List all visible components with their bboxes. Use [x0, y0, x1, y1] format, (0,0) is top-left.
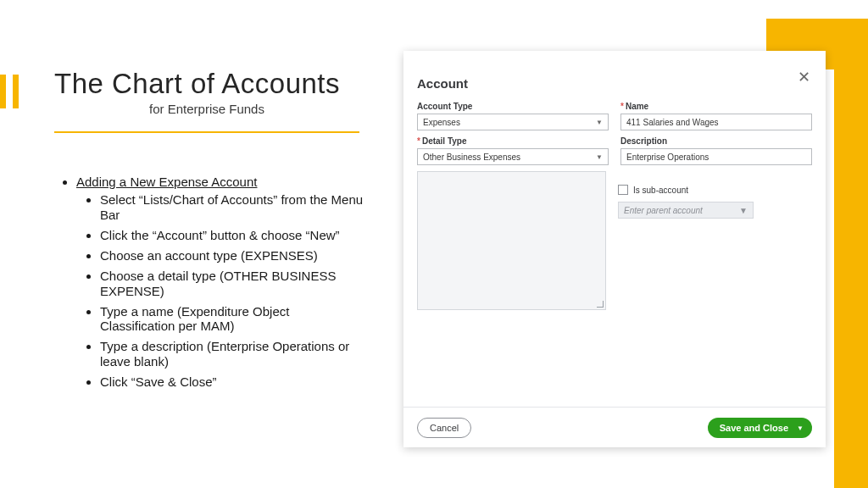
list-item: Choose an account type (EXPENSES): [100, 248, 366, 263]
title-rule: [54, 131, 359, 133]
accent-right: [834, 69, 868, 488]
chevron-down-icon: ▼: [596, 119, 603, 126]
resize-handle-icon[interactable]: [597, 301, 604, 308]
detail-type-select[interactable]: Other Business Expenses ▼: [417, 148, 609, 165]
account-type-select[interactable]: Expenses ▼: [417, 114, 609, 130]
cancel-button[interactable]: Cancel: [417, 418, 471, 438]
label-detail-type: Detail Type: [417, 136, 609, 146]
name-value: 411 Salaries and Wages: [626, 118, 719, 127]
list-item: Click the “Account” button & choose “New…: [100, 228, 366, 242]
instruction-list: Adding a New Expense Account Select “Lis…: [61, 175, 366, 395]
close-icon[interactable]: ✕: [798, 68, 810, 86]
chevron-down-icon: ▼: [739, 206, 748, 215]
list-item: Select “Lists/Chart of Accounts” from th…: [100, 192, 366, 222]
label-description: Description: [620, 136, 812, 146]
parent-account-select: Enter parent account ▼: [618, 202, 754, 219]
description-input[interactable]: Enterprise Operations: [620, 148, 812, 165]
is-sub-account-checkbox[interactable]: [618, 185, 628, 195]
list-item: Choose a detail type (OTHER BUSINESS EXP…: [100, 269, 366, 298]
name-input[interactable]: 411 Salaries and Wages: [620, 114, 812, 130]
accent-left-inner: [6, 75, 13, 108]
detail-type-value: Other Business Expenses: [423, 152, 520, 162]
bullet-heading: Adding a New Expense Account: [76, 175, 257, 189]
dialog-footer: Cancel Save and Close ▼: [403, 407, 826, 447]
save-and-close-button[interactable]: Save and Close ▼: [708, 418, 812, 438]
save-button-label: Save and Close: [720, 423, 788, 433]
label-is-sub-account: Is sub-account: [633, 186, 688, 195]
page-title: The Chart of Accounts: [54, 68, 359, 100]
list-item: Type a description (Enterprise Operation…: [100, 339, 366, 369]
label-name: Name: [620, 102, 812, 111]
chevron-down-icon: ▼: [797, 424, 804, 432]
chevron-down-icon: ▼: [596, 153, 603, 161]
account-dialog: ✕ Account Account Type Expenses ▼ Name 4…: [403, 51, 826, 447]
dialog-title: Account: [417, 76, 468, 91]
label-account-type: Account Type: [417, 102, 609, 111]
list-item: Type a name (Expenditure Object Classifi…: [100, 304, 366, 334]
list-item: Click “Save & Close”: [100, 374, 366, 389]
parent-account-placeholder: Enter parent account: [624, 206, 703, 215]
description-value: Enterprise Operations: [626, 152, 709, 162]
account-type-value: Expenses: [423, 118, 460, 127]
page-subtitle: for Enterprise Funds: [54, 102, 359, 116]
detail-type-description-box: [417, 171, 606, 310]
